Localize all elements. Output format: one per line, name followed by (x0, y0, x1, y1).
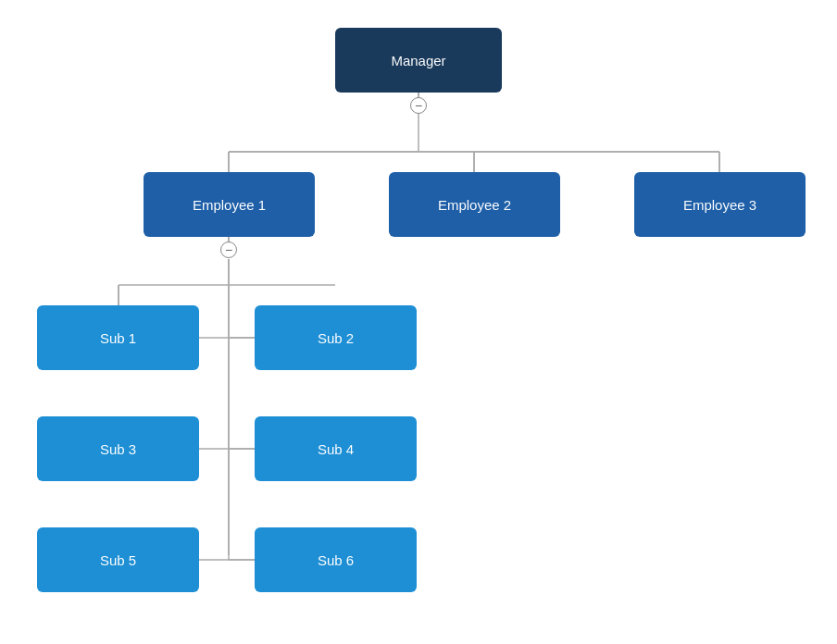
employee1-label: Employee 1 (193, 197, 266, 213)
sub5-label: Sub 5 (100, 552, 136, 568)
employee2-label: Employee 2 (438, 197, 511, 213)
sub1-label: Sub 1 (100, 330, 136, 346)
manager-node[interactable]: Manager (335, 28, 502, 93)
sub4-label: Sub 4 (318, 441, 354, 457)
sub2-node[interactable]: Sub 2 (255, 305, 417, 370)
employee2-node[interactable]: Employee 2 (389, 172, 560, 237)
manager-label: Manager (391, 53, 445, 68)
employee3-node[interactable]: Employee 3 (634, 172, 806, 237)
sub6-label: Sub 6 (318, 552, 354, 568)
sub4-node[interactable]: Sub 4 (255, 416, 417, 481)
sub2-label: Sub 2 (318, 330, 354, 346)
sub3-node[interactable]: Sub 3 (37, 416, 199, 481)
manager-collapse-button[interactable]: − (410, 97, 427, 114)
sub5-node[interactable]: Sub 5 (37, 527, 199, 592)
employee1-node[interactable]: Employee 1 (144, 172, 315, 237)
sub3-label: Sub 3 (100, 441, 136, 457)
sub6-node[interactable]: Sub 6 (255, 527, 417, 592)
org-chart: Manager − Employee 1 Employee 2 Employee… (0, 0, 837, 644)
employee3-label: Employee 3 (683, 197, 756, 213)
sub1-node[interactable]: Sub 1 (37, 305, 199, 370)
emp1-collapse-button[interactable]: − (220, 242, 237, 258)
